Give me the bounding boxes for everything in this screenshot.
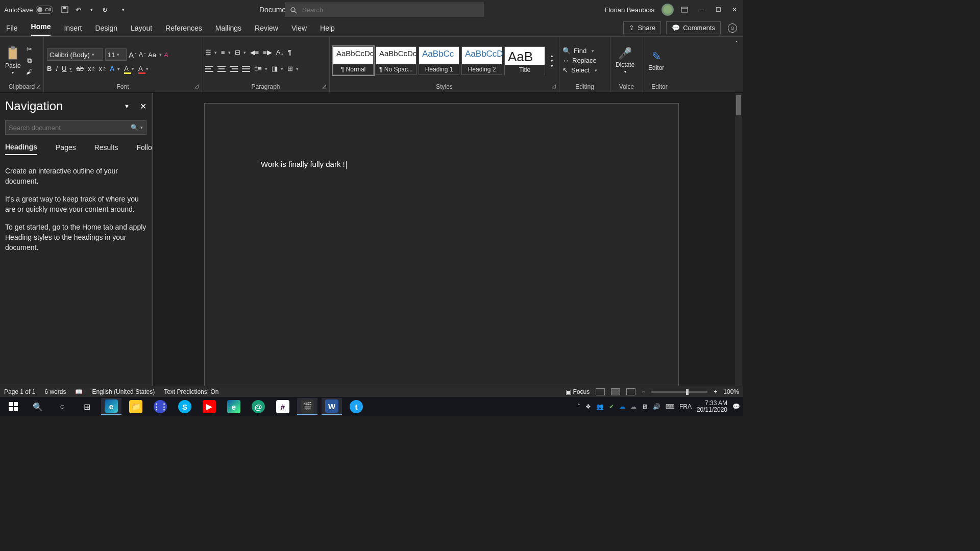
dictate-button[interactable]: 🎤 Dictate ▾ <box>614 46 636 75</box>
launcher-icon[interactable]: ◿ <box>322 83 326 89</box>
collapse-ribbon-icon[interactable]: ˄ <box>735 40 738 47</box>
zoom-level[interactable]: 100% <box>723 388 739 395</box>
minimize-icon[interactable]: ─ <box>697 6 706 13</box>
zoom-in-button[interactable]: + <box>714 388 717 395</box>
avatar[interactable] <box>662 4 674 16</box>
strikethrough-button[interactable]: ab <box>76 65 83 72</box>
style-heading1[interactable]: AaBbCcHeading 1 <box>419 46 459 75</box>
input-language[interactable]: FRA <box>679 403 692 410</box>
share-button[interactable]: ⇪Share <box>623 21 661 34</box>
superscript-button[interactable]: x2 <box>99 65 106 72</box>
editor-button[interactable]: ✎ Editor <box>646 49 666 72</box>
volume-icon[interactable]: 🔊 <box>653 403 660 410</box>
bullets-button[interactable]: ☰▾ <box>205 48 217 56</box>
align-right-button[interactable] <box>230 66 238 72</box>
keyboard-icon[interactable]: ⌨ <box>666 403 674 410</box>
navtab-follow[interactable]: Follow <box>136 143 153 155</box>
font-name-combo[interactable]: Calibri (Body)▾ <box>47 48 103 61</box>
styles-gallery-scroll[interactable]: ▴▾▾ <box>548 53 556 68</box>
zoom-knob[interactable] <box>686 389 689 395</box>
print-layout-icon[interactable] <box>611 388 620 395</box>
clock[interactable]: 7:33 AM 20/11/2020 <box>697 400 727 413</box>
grow-font-icon[interactable]: A˄ <box>129 51 137 59</box>
underline-button[interactable]: U▾ <box>62 65 72 72</box>
tab-references[interactable]: References <box>165 24 202 36</box>
cortana-icon[interactable]: ○ <box>52 398 72 415</box>
cut-icon[interactable]: ✂ <box>25 45 34 54</box>
zoom-slider[interactable] <box>651 391 707 393</box>
onedrive2-icon[interactable]: ☁ <box>630 403 636 410</box>
zoom-out-button[interactable]: − <box>642 388 645 395</box>
change-case-button[interactable]: Aa▾ <box>148 51 162 59</box>
redo-icon[interactable]: ↻ <box>100 5 109 14</box>
show-marks-icon[interactable]: ¶ <box>288 48 291 56</box>
undo-icon[interactable]: ↶ <box>74 5 83 14</box>
save-icon[interactable] <box>60 5 69 14</box>
navpane-menu-icon[interactable]: ▼ <box>124 103 130 109</box>
shrink-font-icon[interactable]: A˅ <box>139 51 146 58</box>
font-color-button[interactable]: A▾ <box>138 65 149 72</box>
close-icon[interactable]: ✕ <box>730 6 739 13</box>
youtube-icon[interactable]: ▶ <box>199 398 219 415</box>
onedrive-icon[interactable]: ☁ <box>619 403 625 410</box>
navtab-pages[interactable]: Pages <box>56 143 76 155</box>
skype-icon[interactable]: S <box>175 398 195 415</box>
status-language[interactable]: English (United States) <box>92 388 155 395</box>
edge-icon[interactable]: e <box>101 398 121 415</box>
tab-layout[interactable]: Layout <box>131 24 152 36</box>
slack-icon[interactable]: # <box>273 398 293 415</box>
format-painter-icon[interactable]: 🖌 <box>25 68 34 76</box>
tab-view[interactable]: View <box>291 24 307 36</box>
launcher-icon[interactable]: ◿ <box>36 83 40 89</box>
search-icon[interactable]: 🔍 <box>131 124 138 131</box>
launcher-icon[interactable]: ◿ <box>194 83 199 89</box>
search-input[interactable] <box>302 6 479 14</box>
web-layout-icon[interactable] <box>626 388 635 395</box>
display-icon[interactable]: 🖥 <box>642 403 648 410</box>
taskbar-search-icon[interactable]: 🔍 <box>28 398 48 415</box>
navpane-search-menu-icon[interactable]: ▾ <box>140 125 143 130</box>
feedback-icon[interactable]: ☺ <box>728 23 737 33</box>
app-icon-1[interactable]: ⋮⋮ <box>150 398 170 415</box>
bold-button[interactable]: B <box>47 65 52 72</box>
navpane-close-icon[interactable]: ✕ <box>140 102 146 111</box>
decrease-indent-icon[interactable]: ◀≡ <box>250 48 259 56</box>
task-view-icon[interactable]: ⊞ <box>77 398 97 415</box>
tab-mailings[interactable]: Mailings <box>215 24 241 36</box>
ribbon-display-icon[interactable] <box>681 7 690 13</box>
tab-help[interactable]: Help <box>320 24 335 36</box>
start-button[interactable] <box>3 398 23 415</box>
document-page[interactable]: Work is finally fully dark ! <box>204 103 679 386</box>
align-left-button[interactable] <box>205 66 213 72</box>
clear-formatting-icon[interactable]: A <box>164 51 168 59</box>
toggle-switch[interactable]: Off <box>36 6 53 14</box>
replace-button[interactable]: ↔Replace <box>562 57 597 64</box>
tab-file[interactable]: File <box>6 24 18 36</box>
tab-review[interactable]: Review <box>255 24 278 36</box>
comments-button[interactable]: 💬Comments <box>666 21 721 34</box>
status-words[interactable]: 6 words <box>44 388 66 395</box>
italic-button[interactable]: I <box>56 65 58 72</box>
focus-mode-button[interactable]: ▣Focus <box>566 388 590 395</box>
tab-insert[interactable]: Insert <box>64 24 82 36</box>
status-predictions[interactable]: Text Predictions: On <box>164 388 218 395</box>
launcher-icon[interactable]: ◿ <box>552 83 556 89</box>
increase-indent-icon[interactable]: ≡▶ <box>263 48 272 56</box>
tab-home[interactable]: Home <box>31 22 51 36</box>
borders-button[interactable]: ⊞▾ <box>287 65 299 72</box>
spellcheck-icon[interactable]: 📖 <box>75 388 83 395</box>
vertical-scrollbar[interactable] <box>735 93 742 386</box>
style-heading2[interactable]: AaBbCcDHeading 2 <box>461 46 502 75</box>
notifications-icon[interactable]: 💬 <box>732 403 740 410</box>
status-page[interactable]: Page 1 of 1 <box>4 388 35 395</box>
line-spacing-button[interactable]: ‡≡▾ <box>254 65 267 72</box>
teams-icon[interactable]: 👥 <box>596 403 604 410</box>
document-text[interactable]: Work is finally fully dark ! <box>261 160 345 168</box>
explorer-icon[interactable]: 📁 <box>126 398 146 415</box>
undo-dropdown-icon[interactable]: ▾ <box>87 5 96 14</box>
tray-chevron-icon[interactable]: ˄ <box>577 403 580 410</box>
autosave-toggle[interactable]: AutoSave Off <box>4 6 53 14</box>
app-icon-2[interactable]: @ <box>248 398 268 415</box>
word-icon[interactable]: W <box>322 398 342 415</box>
app-icon-3[interactable]: 🎬 <box>297 398 317 415</box>
